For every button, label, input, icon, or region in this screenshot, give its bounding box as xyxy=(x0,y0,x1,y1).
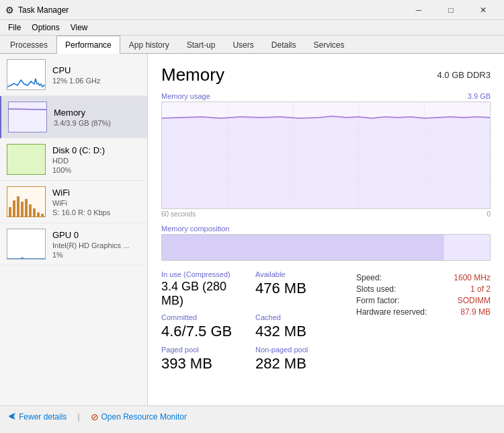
sidebar-item-memory[interactable]: Memory 3.4/3.9 GB (87%) xyxy=(0,96,147,139)
bottom-bar: ⮜ Fewer details | ⊘ Open Resource Monito… xyxy=(0,405,504,427)
memory-mini-chart xyxy=(8,102,47,132)
stat-slots-value: 1 of 2 xyxy=(470,284,491,294)
stat-available: Available 476 MB xyxy=(255,270,336,308)
stat-hwreserved-label: Hardware reserved: xyxy=(356,307,427,317)
stat-slots-label: Slots used: xyxy=(356,284,396,294)
svg-rect-11 xyxy=(33,208,36,216)
svg-rect-25 xyxy=(162,235,444,261)
stat-non-paged-pool: Non-paged pool 282 MB xyxy=(255,346,336,372)
menu-bar: File Options View xyxy=(0,20,504,36)
menu-options[interactable]: Options xyxy=(26,22,65,34)
stat-committed-value: 4.6/7.5 GB xyxy=(161,323,242,340)
open-resource-monitor-label: Open Resource Monitor xyxy=(101,412,187,422)
composition-section: Memory composition xyxy=(161,225,491,261)
svg-rect-8 xyxy=(21,202,24,216)
stat-in-use-label: In use (Compressed) xyxy=(161,270,242,278)
tab-bar: Processes Performance App history Start-… xyxy=(0,36,504,54)
wifi-info: WiFi WiFi S: 16.0 R: 0 Kbps xyxy=(52,188,140,216)
stat-formfactor-value: SODIMM xyxy=(458,296,491,305)
svg-rect-5 xyxy=(9,207,11,216)
sidebar-item-disk[interactable]: Disk 0 (C: D:) HDD 100% xyxy=(0,139,147,181)
stat-formfactor-row: Form factor: SODIMM xyxy=(356,296,491,305)
stats-section: In use (Compressed) 3.4 GB (280 MB) Avai… xyxy=(161,270,491,372)
stats-right: Speed: 1600 MHz Slots used: 1 of 2 Form … xyxy=(356,270,491,372)
memory-graph-section: Memory usage 3.9 GB xyxy=(161,92,491,218)
stat-committed: Committed 4.6/7.5 GB xyxy=(161,313,242,340)
stats-grid: In use (Compressed) 3.4 GB (280 MB) Avai… xyxy=(161,270,336,372)
svg-marker-23 xyxy=(162,116,490,209)
stat-available-value: 476 MB xyxy=(255,280,336,297)
stats-left: In use (Compressed) 3.4 GB (280 MB) Avai… xyxy=(161,270,336,372)
svg-rect-3 xyxy=(7,145,46,175)
gpu-mini-chart xyxy=(7,229,46,260)
main-content: CPU 12% 1.06 GHz Memory 3.4/3.9 GB (87%) xyxy=(0,54,504,405)
stat-available-label: Available xyxy=(255,270,336,278)
detail-title: Memory xyxy=(161,65,224,85)
stat-hwreserved-row: Hardware reserved: 87.9 MB xyxy=(356,307,491,317)
open-resource-monitor-link[interactable]: ⊘ Open Resource Monitor xyxy=(91,411,187,422)
tab-apphistory[interactable]: App history xyxy=(120,36,178,54)
title-bar: ⚙ Task Manager ─ □ ✕ xyxy=(0,0,504,20)
stat-paged-pool: Paged pool 393 MB xyxy=(161,346,242,372)
cpu-info: CPU 12% 1.06 GHz xyxy=(52,65,140,85)
detail-header: Memory 4.0 GB DDR3 xyxy=(161,65,491,85)
svg-rect-12 xyxy=(37,212,40,216)
stat-cached-value: 432 MB xyxy=(255,323,336,340)
fewer-details-link[interactable]: ⮜ Fewer details xyxy=(8,412,67,422)
stat-non-paged-pool-label: Non-paged pool xyxy=(255,346,336,354)
cpu-label: CPU xyxy=(52,65,140,75)
menu-file[interactable]: File xyxy=(3,22,26,34)
graph-time-labels: 60 seconds 0 xyxy=(161,210,491,218)
resource-monitor-icon: ⊘ xyxy=(91,411,99,422)
stat-in-use-value: 3.4 GB (280 MB) xyxy=(161,280,242,308)
close-button[interactable]: ✕ xyxy=(468,0,499,20)
tab-performance[interactable]: Performance xyxy=(56,36,120,54)
stat-paged-pool-label: Paged pool xyxy=(161,346,242,354)
svg-rect-9 xyxy=(25,199,28,216)
window-title: Task Manager xyxy=(18,5,403,15)
disk-type: HDD xyxy=(52,157,140,165)
tab-users[interactable]: Users xyxy=(224,36,262,54)
tab-startup[interactable]: Start-up xyxy=(178,36,224,54)
stat-in-use: In use (Compressed) 3.4 GB (280 MB) xyxy=(161,270,242,308)
svg-rect-7 xyxy=(17,196,19,216)
fewer-details-label: Fewer details xyxy=(19,412,67,422)
stat-cached: Cached 432 MB xyxy=(255,313,336,340)
svg-rect-13 xyxy=(41,214,44,216)
cpu-usage: 12% 1.06 GHz xyxy=(52,77,140,85)
stat-cached-label: Cached xyxy=(255,313,336,321)
svg-rect-14 xyxy=(7,229,46,260)
stat-paged-pool-value: 393 MB xyxy=(161,355,242,372)
sidebar-item-wifi[interactable]: WiFi WiFi S: 16.0 R: 0 Kbps xyxy=(0,181,147,223)
gpu-info: GPU 0 Intel(R) HD Graphics ... 1% xyxy=(52,230,140,259)
disk-label: Disk 0 (C: D:) xyxy=(52,145,140,155)
app-icon: ⚙ xyxy=(5,5,14,15)
wifi-speed: S: 16.0 R: 0 Kbps xyxy=(52,208,140,216)
memory-graph xyxy=(161,102,491,209)
maximize-button[interactable]: □ xyxy=(435,0,466,20)
stat-committed-label: Committed xyxy=(161,313,242,321)
divider: | xyxy=(77,412,79,422)
detail-panel: Memory 4.0 GB DDR3 Memory usage 3.9 GB xyxy=(148,54,504,405)
tab-services[interactable]: Services xyxy=(304,36,353,54)
stat-non-paged-pool-value: 282 MB xyxy=(255,355,336,372)
stat-speed-value: 1600 MHz xyxy=(454,273,491,282)
sidebar-item-gpu[interactable]: GPU 0 Intel(R) HD Graphics ... 1% xyxy=(0,223,147,266)
sidebar-item-cpu[interactable]: CPU 12% 1.06 GHz xyxy=(0,54,147,96)
tab-processes[interactable]: Processes xyxy=(1,36,56,54)
svg-rect-26 xyxy=(444,235,490,261)
minimize-button[interactable]: ─ xyxy=(403,0,434,20)
menu-view[interactable]: View xyxy=(65,22,93,34)
disk-usage: 100% xyxy=(52,166,140,174)
window-controls: ─ □ ✕ xyxy=(403,0,499,20)
wifi-name: WiFi xyxy=(52,199,140,207)
stat-speed-label: Speed: xyxy=(356,273,382,282)
svg-rect-6 xyxy=(13,200,15,216)
svg-rect-10 xyxy=(29,204,32,216)
memory-label: Memory xyxy=(54,108,140,118)
memory-info: Memory 3.4/3.9 GB (87%) xyxy=(54,108,140,127)
tab-details[interactable]: Details xyxy=(263,36,305,54)
gpu-name: Intel(R) HD Graphics ... xyxy=(52,241,140,249)
composition-bar xyxy=(161,234,491,261)
stat-speed-row: Speed: 1600 MHz xyxy=(356,273,491,282)
